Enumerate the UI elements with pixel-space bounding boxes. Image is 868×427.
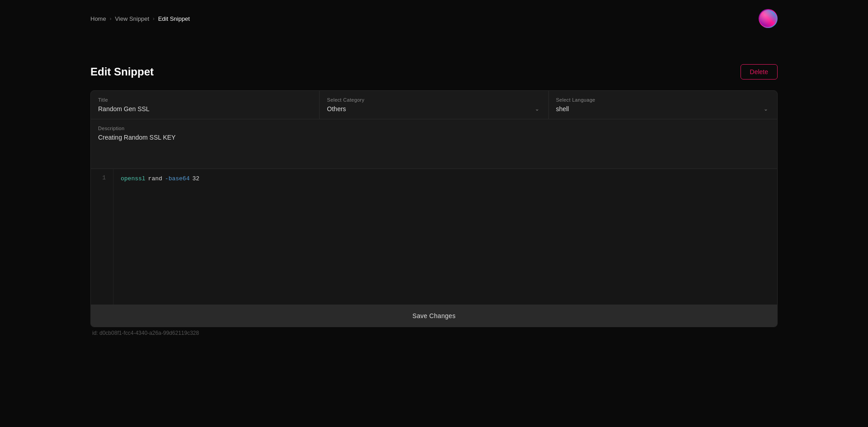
- fields-row: Title Select Category Others Frontend Ba…: [91, 91, 777, 119]
- breadcrumb-chevron-2: ›: [153, 16, 155, 21]
- line-number-1: 1: [98, 174, 106, 181]
- description-textarea[interactable]: [98, 134, 770, 161]
- code-flag: -base64: [165, 174, 190, 184]
- title-input[interactable]: [98, 105, 312, 113]
- category-label: Select Category: [327, 97, 541, 103]
- avatar[interactable]: [759, 9, 778, 28]
- language-label: Select Language: [556, 97, 770, 103]
- category-select[interactable]: Others Frontend Backend DevOps Database: [327, 105, 541, 113]
- topbar: Home › View Snippet › Edit Snippet: [0, 0, 868, 37]
- breadcrumb-view-snippet[interactable]: View Snippet: [115, 15, 149, 22]
- code-editor-inner: 1 openssl rand -base64 32: [91, 169, 777, 305]
- breadcrumb: Home › View Snippet › Edit Snippet: [90, 15, 190, 22]
- category-field: Select Category Others Frontend Backend …: [320, 91, 548, 119]
- code-arg1: rand: [148, 174, 162, 184]
- code-line-1: openssl rand -base64 32: [121, 174, 770, 184]
- code-editor-row: 1 openssl rand -base64 32: [91, 169, 777, 305]
- code-area: openssl rand -base64 32: [113, 169, 777, 305]
- code-arg2: 32: [192, 174, 199, 184]
- breadcrumb-home[interactable]: Home: [90, 15, 106, 22]
- delete-button[interactable]: Delete: [741, 64, 778, 80]
- description-label: Description: [98, 126, 770, 131]
- breadcrumb-chevron-1: ›: [110, 16, 112, 21]
- save-button-row: Save Changes: [91, 305, 777, 327]
- form-card: Title Select Category Others Frontend Ba…: [90, 90, 778, 327]
- category-select-wrapper: Others Frontend Backend DevOps Database …: [327, 105, 541, 113]
- language-field: Select Language shell javascript python …: [549, 91, 777, 119]
- avatar-image: [760, 10, 777, 27]
- title-label: Title: [98, 97, 312, 103]
- title-field: Title: [91, 91, 320, 119]
- main-content: Edit Snippet Delete Title Select Categor…: [0, 37, 868, 354]
- page-title: Edit Snippet: [90, 66, 154, 78]
- breadcrumb-current: Edit Snippet: [158, 15, 190, 22]
- language-select[interactable]: shell javascript python bash sql html cs…: [556, 105, 770, 113]
- page-header: Edit Snippet Delete: [90, 64, 778, 80]
- description-row: Description: [91, 119, 777, 169]
- snippet-id: id: d0cb08f1-fcc4-4340-a26a-99d62119c328: [90, 330, 778, 336]
- line-numbers: 1: [91, 169, 113, 305]
- language-select-wrapper: shell javascript python bash sql html cs…: [556, 105, 770, 113]
- save-button[interactable]: Save Changes: [91, 305, 777, 327]
- code-command: openssl: [121, 174, 146, 184]
